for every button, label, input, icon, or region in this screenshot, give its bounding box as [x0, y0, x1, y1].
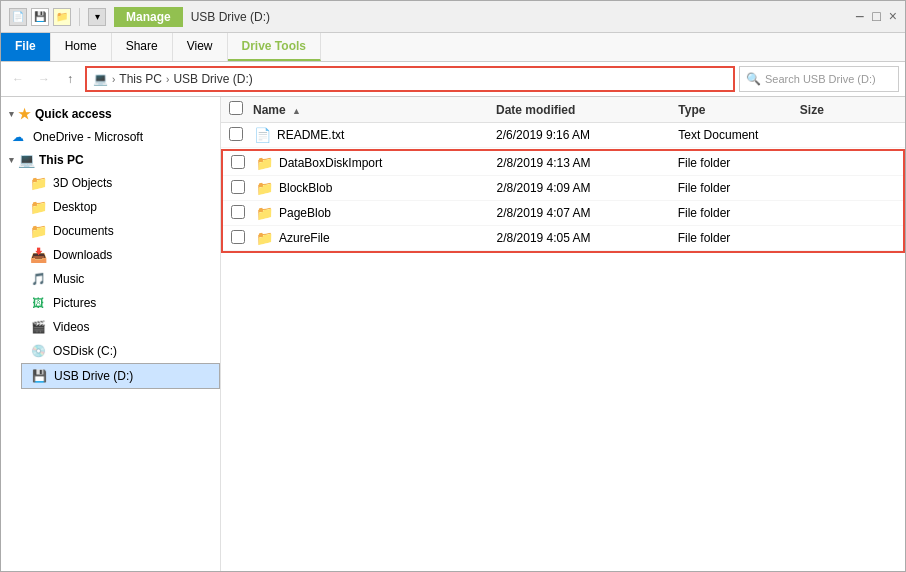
file-name-text: PageBlob	[279, 206, 331, 220]
tab-home[interactable]: Home	[51, 33, 112, 61]
star-icon: ★	[18, 106, 31, 122]
folder-icon: 📁	[255, 204, 273, 222]
folder-3d-icon: 📁	[29, 174, 47, 192]
folder-icon: 📁	[255, 229, 273, 247]
file-type-col: Text Document	[678, 128, 800, 142]
sidebar-item-documents[interactable]: 📁 Documents	[21, 219, 220, 243]
file-type-col: File folder	[678, 181, 799, 195]
sidebar-item-downloads[interactable]: 📥 Downloads	[21, 243, 220, 267]
date-col-header[interactable]: Date modified	[496, 103, 678, 117]
pc-icon-addr: 💻	[93, 72, 108, 86]
file-type-col: File folder	[678, 231, 799, 245]
folder-icon[interactable]: 📁	[53, 8, 71, 26]
this-pc-label: This PC	[39, 153, 84, 167]
folder-desktop-icon: 📁	[29, 198, 47, 216]
pictures-label: Pictures	[53, 296, 96, 310]
usb-drive-label: USB Drive (D:)	[173, 72, 252, 86]
restore-button[interactable]: □	[872, 8, 880, 26]
search-placeholder: Search USB Drive (D:)	[765, 73, 876, 85]
sidebar-item-usb[interactable]: 💾 USB Drive (D:)	[21, 363, 220, 389]
expand-icon: ▾	[9, 109, 14, 119]
save-icon[interactable]: 💾	[31, 8, 49, 26]
videos-icon: 🎬	[29, 318, 47, 336]
file-date-col: 2/6/2019 9:16 AM	[496, 128, 678, 142]
onedrive-label: OneDrive - Microsoft	[33, 130, 143, 144]
tab-view[interactable]: View	[173, 33, 228, 61]
pc-icon: 💻	[18, 152, 35, 168]
search-box[interactable]: 🔍 Search USB Drive (D:)	[739, 66, 899, 92]
3d-objects-label: 3D Objects	[53, 176, 112, 190]
dropdown-icon[interactable]: ▾	[88, 8, 106, 26]
file-name-text: DataBoxDiskImport	[279, 156, 382, 170]
sidebar-item-videos[interactable]: 🎬 Videos	[21, 315, 220, 339]
file-name-text: BlockBlob	[279, 181, 332, 195]
sidebar-item-pictures[interactable]: 🖼 Pictures	[21, 291, 220, 315]
window-title: USB Drive (D:)	[191, 10, 855, 24]
tab-share[interactable]: Share	[112, 33, 173, 61]
search-icon: 🔍	[746, 72, 761, 86]
file-name-col: 📁 BlockBlob	[255, 179, 497, 197]
address-path[interactable]: 💻 › This PC › USB Drive (D:)	[85, 66, 735, 92]
tab-drive-tools[interactable]: Drive Tools	[228, 33, 321, 61]
row-checkbox[interactable]	[231, 155, 245, 169]
minimize-button[interactable]: −	[855, 8, 864, 26]
check-col-header	[229, 101, 253, 118]
osdisk-label: OSDisk (C:)	[53, 344, 117, 358]
osdisk-icon: 💿	[29, 342, 47, 360]
chevron-2: ›	[166, 74, 169, 85]
desktop-label: Desktop	[53, 200, 97, 214]
documents-label: Documents	[53, 224, 114, 238]
highlighted-folder-group: 📁 DataBoxDiskImport 2/8/2019 4:13 AM Fil…	[221, 149, 905, 253]
music-icon: 🎵	[29, 270, 47, 288]
file-name-col: 📁 DataBoxDiskImport	[255, 154, 497, 172]
title-bar: 📄 💾 📁 ▾ Manage USB Drive (D:) − □ ×	[1, 1, 905, 33]
usb-label: USB Drive (D:)	[54, 369, 133, 383]
sidebar-item-music[interactable]: 🎵 Music	[21, 267, 220, 291]
quick-access-icon[interactable]: 📄	[9, 8, 27, 26]
row-checkbox[interactable]	[231, 205, 245, 219]
sidebar-item-3d-objects[interactable]: 📁 3D Objects	[21, 171, 220, 195]
manage-tab-title[interactable]: Manage	[114, 7, 183, 27]
up-button[interactable]: ↑	[59, 68, 81, 90]
row-checkbox[interactable]	[229, 127, 243, 141]
separator	[79, 8, 80, 26]
sidebar-item-osdisk[interactable]: 💿 OSDisk (C:)	[21, 339, 220, 363]
ribbon: File Home Share View Drive Tools	[1, 33, 905, 62]
file-name-col: 📁 PageBlob	[255, 204, 497, 222]
file-type-col: File folder	[678, 206, 799, 220]
back-button[interactable]: ←	[7, 68, 29, 90]
row-checkbox[interactable]	[231, 230, 245, 244]
main-area: ▾ ★ Quick access ☁ OneDrive - Microsoft …	[1, 97, 905, 571]
file-name-text: README.txt	[277, 128, 344, 142]
size-col-header[interactable]: Size	[800, 103, 897, 117]
file-date-col: 2/8/2019 4:07 AM	[497, 206, 678, 220]
sidebar-item-desktop[interactable]: 📁 Desktop	[21, 195, 220, 219]
quick-access-label: Quick access	[35, 107, 112, 121]
sidebar-pc-children: 📁 3D Objects 📁 Desktop 📁 Documents 📥 Dow…	[1, 171, 220, 389]
table-row[interactable]: 📁 BlockBlob 2/8/2019 4:09 AM File folder	[223, 176, 903, 201]
name-col-header[interactable]: Name ▲	[253, 103, 496, 117]
music-label: Music	[53, 272, 84, 286]
address-bar: ← → ↑ 💻 › This PC › USB Drive (D:) 🔍 Sea…	[1, 62, 905, 97]
sidebar-quick-access[interactable]: ▾ ★ Quick access	[1, 103, 220, 125]
table-row[interactable]: 📁 DataBoxDiskImport 2/8/2019 4:13 AM Fil…	[223, 151, 903, 176]
sidebar-this-pc[interactable]: ▾ 💻 This PC	[1, 149, 220, 171]
row-checkbox-container	[231, 180, 255, 197]
usb-icon: 💾	[30, 367, 48, 385]
row-checkbox[interactable]	[231, 180, 245, 194]
sidebar-item-onedrive[interactable]: ☁ OneDrive - Microsoft	[1, 125, 220, 149]
forward-button[interactable]: →	[33, 68, 55, 90]
type-col-header[interactable]: Type	[678, 103, 800, 117]
file-name-col: 📄 README.txt	[253, 126, 496, 144]
tab-file[interactable]: File	[1, 33, 51, 61]
title-bar-icons: 📄 💾 📁 ▾	[9, 8, 106, 26]
file-date-col: 2/8/2019 4:13 AM	[497, 156, 678, 170]
table-row[interactable]: 📄 README.txt 2/6/2019 9:16 AM Text Docum…	[221, 123, 905, 148]
downloads-label: Downloads	[53, 248, 112, 262]
row-checkbox-container	[231, 155, 255, 172]
select-all-checkbox[interactable]	[229, 101, 243, 115]
close-button[interactable]: ×	[889, 8, 897, 26]
table-row[interactable]: 📁 PageBlob 2/8/2019 4:07 AM File folder	[223, 201, 903, 226]
table-row[interactable]: 📁 AzureFile 2/8/2019 4:05 AM File folder	[223, 226, 903, 251]
row-checkbox-container	[229, 127, 253, 144]
